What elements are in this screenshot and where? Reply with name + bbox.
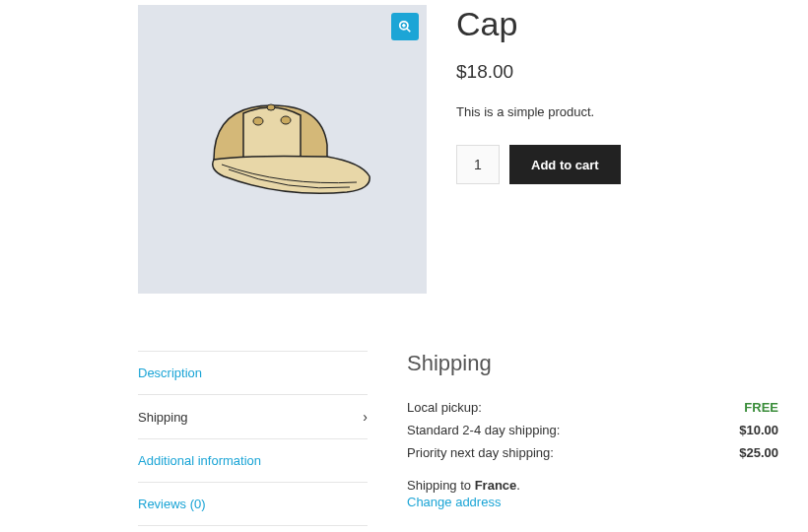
shipping-option-row: Local pickup: FREE	[407, 396, 778, 419]
zoom-icon[interactable]	[391, 13, 419, 40]
shipping-destination: Shipping to France.	[407, 478, 778, 493]
tab-shipping[interactable]: Shipping ›	[138, 394, 368, 438]
tab-additional-label: Additional information	[138, 453, 261, 468]
chevron-right-icon: ›	[363, 409, 368, 425]
shipping-option-row: Priority next day shipping: $25.00	[407, 441, 778, 464]
shipping-option-label: Priority next day shipping:	[407, 445, 554, 460]
tab-description[interactable]: Description	[138, 351, 368, 394]
svg-point-5	[281, 116, 291, 124]
shipping-option-price: $10.00	[739, 423, 778, 437]
tab-reviews[interactable]: Reviews (0)	[138, 482, 368, 526]
shipping-panel: Shipping Local pickup: FREE Standard 2-4…	[397, 351, 778, 526]
shipping-option-label: Standard 2-4 day shipping:	[407, 423, 560, 437]
tab-reviews-label: Reviews (0)	[138, 497, 206, 511]
product-tabs: Description Shipping › Additional inform…	[138, 351, 368, 526]
shipping-option-row: Standard 2-4 day shipping: $10.00	[407, 419, 778, 441]
quantity-input[interactable]	[456, 145, 500, 184]
add-to-cart-button[interactable]: Add to cart	[509, 145, 621, 184]
svg-point-4	[253, 117, 263, 125]
tab-description-label: Description	[138, 366, 202, 380]
product-image[interactable]	[138, 5, 427, 294]
svg-point-6	[267, 104, 275, 110]
product-short-description: This is a simple product.	[456, 104, 778, 119]
product-price: $18.00	[456, 61, 778, 83]
change-address-link[interactable]: Change address	[407, 495, 778, 509]
tab-additional-information[interactable]: Additional information	[138, 438, 368, 482]
tab-shipping-label: Shipping	[138, 410, 188, 425]
product-title: Cap	[456, 5, 778, 43]
shipping-option-label: Local pickup:	[407, 400, 482, 415]
shipping-option-price: FREE	[744, 400, 778, 415]
shipping-heading: Shipping	[407, 351, 778, 376]
shipping-option-price: $25.00	[739, 445, 778, 460]
cap-illustration	[184, 86, 381, 214]
svg-line-1	[407, 29, 411, 33]
